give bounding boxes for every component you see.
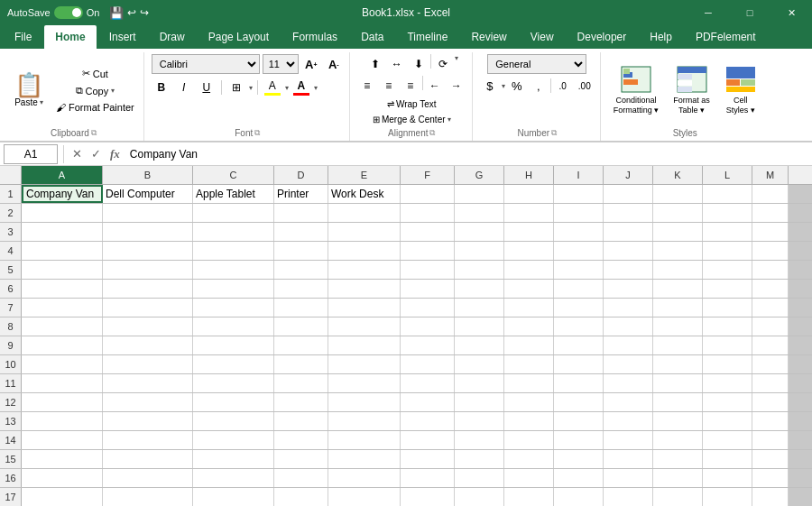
col-header-b[interactable]: B [103, 166, 193, 184]
font-size-select[interactable]: 11 [263, 54, 299, 74]
decrease-decimal-button[interactable]: .0 [553, 76, 573, 96]
cell-L3[interactable] [703, 223, 752, 241]
cell-C1[interactable]: Apple Tablet [193, 185, 274, 203]
tab-help[interactable]: Help [639, 25, 683, 49]
row-number-10[interactable]: 10 [0, 355, 22, 373]
cell-I1[interactable] [554, 185, 604, 203]
increase-font-button[interactable]: A+ [301, 54, 321, 74]
italic-button[interactable]: I [174, 78, 194, 97]
clipboard-expand[interactable]: ⧉ [91, 128, 97, 138]
cell-G6[interactable] [455, 280, 504, 298]
cell-J1[interactable] [604, 185, 653, 203]
col-header-c[interactable]: C [193, 166, 274, 184]
cell-E8[interactable] [328, 317, 401, 336]
format-painter-button[interactable]: 🖌 Format Painter [52, 100, 138, 115]
cell-I3[interactable] [554, 223, 604, 241]
cell-M14[interactable] [752, 431, 789, 449]
format-as-table-button[interactable]: Format asTable ▾ [668, 61, 715, 119]
cell-M3[interactable] [752, 223, 789, 241]
cell-C6[interactable] [193, 280, 274, 298]
number-format-select[interactable]: General [487, 54, 586, 74]
fill-dropdown[interactable]: ▾ [285, 84, 289, 92]
redo-icon[interactable]: ↪ [140, 6, 149, 19]
cell-F12[interactable] [401, 393, 455, 411]
cell-M16[interactable] [752, 469, 789, 487]
cell-G7[interactable] [455, 299, 504, 317]
cell-I17[interactable] [554, 488, 604, 506]
cell-L5[interactable] [703, 261, 752, 279]
cell-M4[interactable] [752, 242, 789, 260]
cell-F14[interactable] [401, 431, 455, 449]
cell-K17[interactable] [653, 488, 703, 506]
cell-C2[interactable] [193, 204, 274, 222]
cell-C9[interactable] [193, 336, 274, 354]
cell-B10[interactable] [103, 355, 193, 373]
cell-E13[interactable] [328, 412, 401, 430]
row-number-14[interactable]: 14 [0, 431, 22, 449]
tab-page-layout[interactable]: Page Layout [198, 25, 280, 49]
cell-J16[interactable] [604, 469, 653, 487]
cell-reference-input[interactable]: A1 [4, 144, 58, 164]
cell-E14[interactable] [328, 431, 401, 449]
tab-review[interactable]: Review [460, 25, 517, 49]
cell-M13[interactable] [752, 412, 789, 430]
col-header-d[interactable]: D [274, 166, 328, 184]
cell-C12[interactable] [193, 393, 274, 411]
cell-L14[interactable] [703, 431, 752, 449]
cell-I11[interactable] [554, 374, 604, 392]
cell-K2[interactable] [653, 204, 703, 222]
cell-H13[interactable] [504, 412, 554, 430]
cell-G12[interactable] [455, 393, 504, 411]
cell-E1[interactable]: Work Desk [328, 185, 401, 203]
cell-M11[interactable] [752, 374, 789, 392]
cell-J11[interactable] [604, 374, 653, 392]
undo-icon[interactable]: ↩ [127, 6, 136, 19]
cell-A10[interactable] [22, 355, 103, 373]
cell-A2[interactable] [22, 204, 103, 222]
cell-M7[interactable] [752, 299, 789, 317]
cell-H2[interactable] [504, 204, 554, 222]
cell-I7[interactable] [554, 299, 604, 317]
cell-B5[interactable] [103, 261, 193, 279]
cell-D4[interactable] [274, 242, 328, 260]
cell-C17[interactable] [193, 488, 274, 506]
cell-F10[interactable] [401, 355, 455, 373]
row-number-17[interactable]: 17 [0, 488, 22, 506]
cell-F9[interactable] [401, 336, 455, 354]
decrease-indent-button[interactable]: ← [425, 76, 445, 96]
align-top-button[interactable]: ⬆ [365, 54, 385, 74]
cell-I10[interactable] [554, 355, 604, 373]
cell-J15[interactable] [604, 450, 653, 468]
cell-H7[interactable] [504, 299, 554, 317]
cell-E16[interactable] [328, 469, 401, 487]
cell-C3[interactable] [193, 223, 274, 241]
cell-M12[interactable] [752, 393, 789, 411]
cell-J12[interactable] [604, 393, 653, 411]
cell-A7[interactable] [22, 299, 103, 317]
cell-F6[interactable] [401, 280, 455, 298]
cell-C13[interactable] [193, 412, 274, 430]
cell-D9[interactable] [274, 336, 328, 354]
cell-K10[interactable] [653, 355, 703, 373]
col-header-h[interactable]: H [504, 166, 554, 184]
cell-L8[interactable] [703, 317, 752, 336]
cell-B14[interactable] [103, 431, 193, 449]
cell-K7[interactable] [653, 299, 703, 317]
fill-color-button[interactable]: A [263, 78, 282, 97]
row-number-4[interactable]: 4 [0, 242, 22, 260]
cell-F2[interactable] [401, 204, 455, 222]
cell-G4[interactable] [455, 242, 504, 260]
cell-B8[interactable] [103, 317, 193, 336]
border-dropdown[interactable]: ▾ [249, 84, 253, 92]
cell-E9[interactable] [328, 336, 401, 354]
formula-input[interactable] [126, 144, 808, 164]
cell-M17[interactable] [752, 488, 789, 506]
cell-A12[interactable] [22, 393, 103, 411]
cell-L6[interactable] [703, 280, 752, 298]
cell-B11[interactable] [103, 374, 193, 392]
cell-A17[interactable] [22, 488, 103, 506]
cell-M1[interactable] [752, 185, 789, 203]
cell-F7[interactable] [401, 299, 455, 317]
cell-I2[interactable] [554, 204, 604, 222]
cell-J5[interactable] [604, 261, 653, 279]
